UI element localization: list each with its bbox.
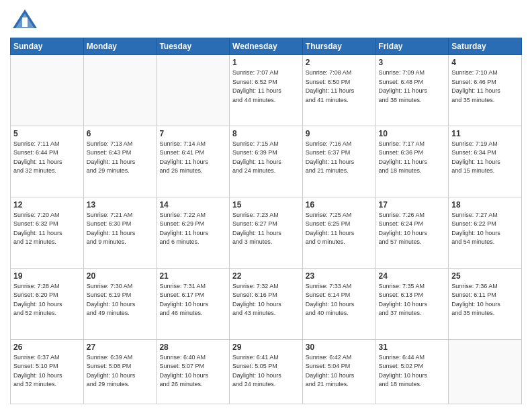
calendar-day-cell: 25Sunrise: 7:36 AM Sunset: 6:11 PM Dayli… (449, 268, 522, 339)
header (10, 7, 522, 32)
calendar-day-cell: 3Sunrise: 7:09 AM Sunset: 6:48 PM Daylig… (375, 55, 449, 126)
day-info: Sunrise: 7:13 AM Sunset: 6:43 PM Dayligh… (87, 140, 154, 176)
calendar-day-cell: 14Sunrise: 7:22 AM Sunset: 6:29 PM Dayli… (157, 197, 230, 268)
day-number: 12 (13, 200, 81, 210)
day-number: 22 (232, 271, 300, 281)
day-info: Sunrise: 7:09 AM Sunset: 6:48 PM Dayligh… (379, 68, 446, 105)
day-info: Sunrise: 7:21 AM Sunset: 6:30 PM Dayligh… (87, 211, 154, 247)
day-number: 15 (232, 200, 300, 210)
calendar-day-cell: 5Sunrise: 7:11 AM Sunset: 6:44 PM Daylig… (11, 126, 84, 197)
day-number: 18 (451, 200, 519, 210)
day-info: Sunrise: 7:15 AM Sunset: 6:39 PM Dayligh… (232, 140, 300, 176)
calendar-day-cell: 18Sunrise: 7:27 AM Sunset: 6:22 PM Dayli… (449, 197, 522, 268)
day-number: 14 (159, 200, 226, 210)
day-info: Sunrise: 7:32 AM Sunset: 6:16 PM Dayligh… (232, 282, 300, 318)
calendar-day-cell: 2Sunrise: 7:08 AM Sunset: 6:50 PM Daylig… (302, 55, 375, 126)
calendar-week-row: 1Sunrise: 7:07 AM Sunset: 6:52 PM Daylig… (11, 55, 522, 126)
calendar-day-cell: 4Sunrise: 7:10 AM Sunset: 6:46 PM Daylig… (449, 55, 522, 126)
day-info: Sunrise: 7:10 AM Sunset: 6:46 PM Dayligh… (451, 68, 519, 105)
calendar-day-cell: 28Sunrise: 6:40 AM Sunset: 5:07 PM Dayli… (157, 339, 230, 404)
day-number: 7 (159, 129, 226, 138)
day-number: 3 (379, 58, 446, 67)
day-number: 24 (379, 271, 446, 281)
calendar-day-cell: 26Sunrise: 6:37 AM Sunset: 5:10 PM Dayli… (11, 339, 84, 404)
day-of-week-header: Tuesday (157, 38, 230, 55)
calendar-day-cell: 10Sunrise: 7:17 AM Sunset: 6:36 PM Dayli… (375, 126, 449, 197)
day-info: Sunrise: 7:36 AM Sunset: 6:11 PM Dayligh… (451, 282, 519, 318)
day-info: Sunrise: 7:14 AM Sunset: 6:41 PM Dayligh… (159, 140, 226, 176)
day-number: 13 (87, 200, 154, 210)
calendar-day-cell: 6Sunrise: 7:13 AM Sunset: 6:43 PM Daylig… (83, 126, 157, 197)
calendar-day-cell: 13Sunrise: 7:21 AM Sunset: 6:30 PM Dayli… (83, 197, 157, 268)
calendar-week-row: 12Sunrise: 7:20 AM Sunset: 6:32 PM Dayli… (11, 197, 522, 268)
day-info: Sunrise: 7:28 AM Sunset: 6:20 PM Dayligh… (13, 282, 81, 318)
day-number: 6 (87, 129, 154, 138)
day-info: Sunrise: 7:16 AM Sunset: 6:37 PM Dayligh… (306, 140, 373, 176)
calendar-day-cell: 29Sunrise: 6:41 AM Sunset: 5:05 PM Dayli… (230, 339, 303, 404)
day-of-week-header: Sunday (11, 38, 84, 55)
calendar-day-cell (11, 55, 84, 126)
calendar-day-cell: 7Sunrise: 7:14 AM Sunset: 6:41 PM Daylig… (157, 126, 230, 197)
day-info: Sunrise: 7:27 AM Sunset: 6:22 PM Dayligh… (451, 211, 519, 247)
logo-icon (10, 7, 40, 32)
day-number: 10 (379, 129, 446, 138)
day-number: 31 (379, 342, 446, 352)
day-info: Sunrise: 6:39 AM Sunset: 5:08 PM Dayligh… (87, 353, 154, 390)
calendar-day-cell: 19Sunrise: 7:28 AM Sunset: 6:20 PM Dayli… (11, 268, 84, 339)
svg-rect-2 (22, 17, 28, 27)
calendar-day-cell: 1Sunrise: 7:07 AM Sunset: 6:52 PM Daylig… (230, 55, 303, 126)
calendar-day-cell: 15Sunrise: 7:23 AM Sunset: 6:27 PM Dayli… (230, 197, 303, 268)
day-number: 11 (451, 129, 519, 138)
page: SundayMondayTuesdayWednesdayThursdayFrid… (0, 0, 532, 411)
day-number: 30 (306, 342, 373, 352)
day-info: Sunrise: 7:26 AM Sunset: 6:24 PM Dayligh… (379, 211, 446, 247)
calendar-day-cell: 9Sunrise: 7:16 AM Sunset: 6:37 PM Daylig… (302, 126, 375, 197)
calendar-day-cell: 22Sunrise: 7:32 AM Sunset: 6:16 PM Dayli… (230, 268, 303, 339)
day-of-week-header: Friday (375, 38, 449, 55)
day-number: 4 (451, 58, 519, 67)
day-info: Sunrise: 6:44 AM Sunset: 5:02 PM Dayligh… (379, 353, 446, 390)
calendar-day-cell: 24Sunrise: 7:35 AM Sunset: 6:13 PM Dayli… (375, 268, 449, 339)
calendar-day-cell: 20Sunrise: 7:30 AM Sunset: 6:19 PM Dayli… (83, 268, 157, 339)
day-info: Sunrise: 6:40 AM Sunset: 5:07 PM Dayligh… (159, 353, 226, 390)
day-info: Sunrise: 7:19 AM Sunset: 6:34 PM Dayligh… (451, 140, 519, 176)
calendar-day-cell: 12Sunrise: 7:20 AM Sunset: 6:32 PM Dayli… (11, 197, 84, 268)
calendar-day-cell: 27Sunrise: 6:39 AM Sunset: 5:08 PM Dayli… (83, 339, 157, 404)
day-info: Sunrise: 7:35 AM Sunset: 6:13 PM Dayligh… (379, 282, 446, 318)
day-number: 17 (379, 200, 446, 210)
day-number: 29 (232, 342, 300, 352)
day-info: Sunrise: 7:31 AM Sunset: 6:17 PM Dayligh… (159, 282, 226, 318)
day-of-week-header: Saturday (449, 38, 522, 55)
day-number: 20 (87, 271, 154, 281)
calendar-day-cell: 17Sunrise: 7:26 AM Sunset: 6:24 PM Dayli… (375, 197, 449, 268)
day-of-week-header: Thursday (302, 38, 375, 55)
day-info: Sunrise: 7:23 AM Sunset: 6:27 PM Dayligh… (232, 211, 300, 247)
day-info: Sunrise: 7:25 AM Sunset: 6:25 PM Dayligh… (306, 211, 373, 247)
day-number: 1 (232, 58, 300, 67)
day-number: 8 (232, 129, 300, 138)
logo (10, 7, 42, 32)
calendar-week-row: 5Sunrise: 7:11 AM Sunset: 6:44 PM Daylig… (11, 126, 522, 197)
calendar-week-row: 26Sunrise: 6:37 AM Sunset: 5:10 PM Dayli… (11, 339, 522, 404)
day-number: 16 (306, 200, 373, 210)
day-info: Sunrise: 7:33 AM Sunset: 6:14 PM Dayligh… (306, 282, 373, 318)
day-info: Sunrise: 7:22 AM Sunset: 6:29 PM Dayligh… (159, 211, 226, 247)
calendar-day-cell (157, 55, 230, 126)
calendar-day-cell (83, 55, 157, 126)
day-info: Sunrise: 6:41 AM Sunset: 5:05 PM Dayligh… (232, 353, 300, 390)
calendar-day-cell (449, 339, 522, 404)
calendar-day-cell: 31Sunrise: 6:44 AM Sunset: 5:02 PM Dayli… (375, 339, 449, 404)
day-number: 21 (159, 271, 226, 281)
day-number: 28 (159, 342, 226, 352)
day-info: Sunrise: 7:07 AM Sunset: 6:52 PM Dayligh… (232, 68, 300, 105)
day-number: 5 (13, 129, 81, 138)
day-info: Sunrise: 7:11 AM Sunset: 6:44 PM Dayligh… (13, 140, 81, 176)
calendar-day-cell: 8Sunrise: 7:15 AM Sunset: 6:39 PM Daylig… (230, 126, 303, 197)
day-info: Sunrise: 7:30 AM Sunset: 6:19 PM Dayligh… (87, 282, 154, 318)
day-info: Sunrise: 6:37 AM Sunset: 5:10 PM Dayligh… (13, 353, 81, 390)
calendar-day-cell: 23Sunrise: 7:33 AM Sunset: 6:14 PM Dayli… (302, 268, 375, 339)
calendar-day-cell: 21Sunrise: 7:31 AM Sunset: 6:17 PM Dayli… (157, 268, 230, 339)
day-of-week-header: Wednesday (230, 38, 303, 55)
day-of-week-header: Monday (83, 38, 157, 55)
calendar-day-cell: 16Sunrise: 7:25 AM Sunset: 6:25 PM Dayli… (302, 197, 375, 268)
